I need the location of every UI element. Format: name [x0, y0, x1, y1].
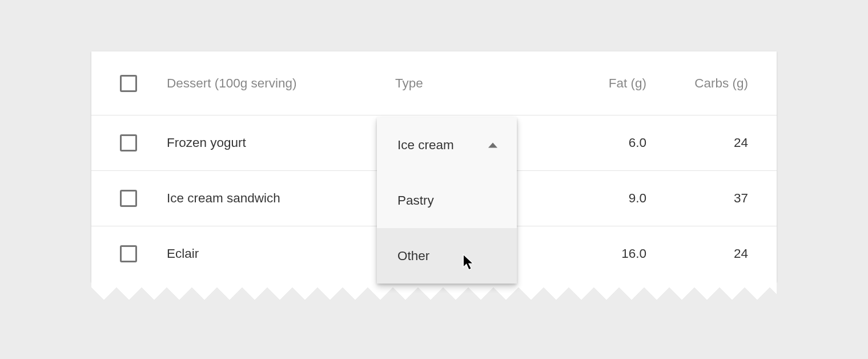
option-label: Pastry: [397, 193, 434, 208]
col-header-dessert[interactable]: Dessert (100g serving): [167, 76, 395, 91]
dropdown-option-pastry[interactable]: Pastry: [377, 173, 517, 228]
cell-fat: 6.0: [538, 135, 646, 150]
table-header-row: Dessert (100g serving) Type Fat (g) Carb…: [91, 51, 777, 115]
row-checkbox[interactable]: [120, 245, 137, 262]
cell-dessert: Eclair: [167, 246, 395, 261]
torn-edge-decoration: [91, 281, 777, 304]
option-label: Ice cream: [397, 138, 454, 153]
cell-fat: 16.0: [538, 246, 646, 261]
select-all-checkbox[interactable]: [120, 75, 137, 92]
cell-carbs: 37: [646, 191, 748, 206]
option-label: Other: [397, 249, 429, 264]
caret-up-icon: [488, 142, 497, 147]
col-header-type[interactable]: Type: [395, 76, 538, 91]
dropdown-option-other[interactable]: Other: [377, 228, 517, 284]
cell-carbs: 24: [646, 135, 748, 150]
col-header-fat[interactable]: Fat (g): [538, 76, 646, 91]
type-dropdown-menu: Ice cream Pastry Other: [377, 117, 517, 284]
dropdown-option-ice-cream[interactable]: Ice cream: [377, 117, 517, 173]
cell-dessert: Frozen yogurt: [167, 135, 395, 150]
row-checkbox[interactable]: [120, 190, 137, 207]
row-checkbox[interactable]: [120, 134, 137, 151]
cell-fat: 9.0: [538, 191, 646, 206]
col-header-carbs[interactable]: Carbs (g): [646, 76, 748, 91]
cell-dessert: Ice cream sandwich: [167, 191, 395, 206]
cell-carbs: 24: [646, 246, 748, 261]
